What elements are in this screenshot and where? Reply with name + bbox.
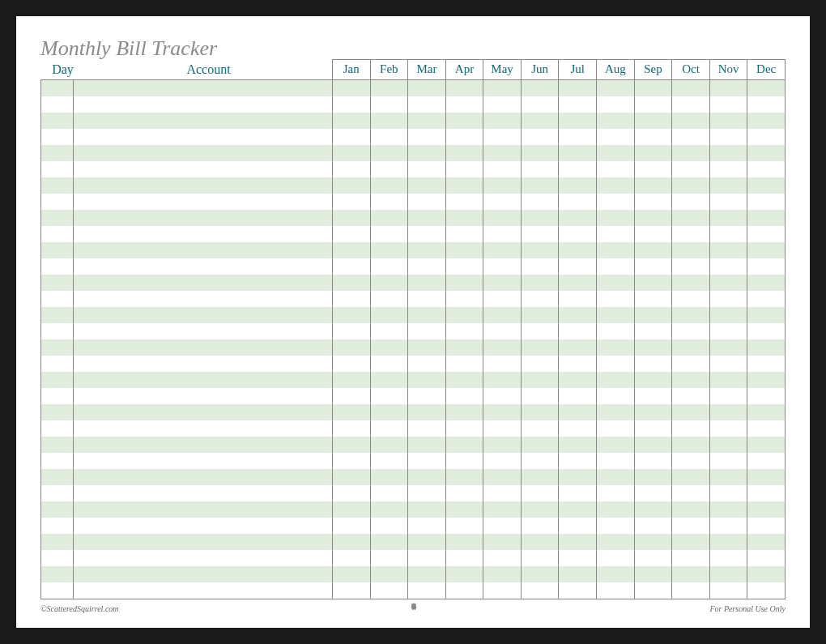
- cell-month: [408, 210, 446, 226]
- cell-month: [522, 194, 560, 210]
- cell-month: [483, 145, 522, 161]
- cell-month: [559, 485, 597, 501]
- cell-month: [371, 550, 409, 566]
- cell-month: [559, 550, 597, 566]
- months-header: JanFebMarAprMayJunJulAugSepOctNovDec: [332, 59, 786, 79]
- cell-month: [747, 80, 785, 96]
- cell-month: [672, 453, 710, 469]
- cell-month: [597, 469, 635, 485]
- cell-month: [522, 145, 560, 161]
- cell-month: [408, 258, 446, 275]
- cell-month: [559, 582, 597, 599]
- cell-month: [597, 275, 635, 291]
- cell-account: [74, 582, 333, 599]
- table-row: [41, 372, 785, 388]
- cell-month: [597, 453, 635, 469]
- cell-month: [333, 485, 371, 501]
- cell-month: [597, 307, 635, 323]
- day-column-header: Day: [40, 62, 85, 77]
- cell-month: [483, 226, 522, 242]
- cell-account: [74, 501, 333, 518]
- cell-month: [559, 534, 597, 550]
- cell-month: [635, 582, 673, 599]
- cell-month: [559, 210, 597, 226]
- cell-day: [41, 129, 74, 145]
- month-header-jun: Jun: [521, 60, 559, 79]
- cell-month: [710, 437, 748, 453]
- cell-month: [597, 518, 635, 534]
- cell-month: [483, 518, 522, 534]
- cell-day: [41, 453, 74, 469]
- cell-month: [333, 113, 371, 129]
- cell-month: [333, 420, 371, 437]
- cell-month: [371, 291, 409, 307]
- cell-month: [559, 291, 597, 307]
- cell-month: [371, 226, 409, 242]
- cell-month: [747, 485, 785, 501]
- cell-month: [333, 437, 371, 453]
- cell-month: [597, 194, 635, 210]
- cell-month: [446, 145, 484, 161]
- cell-month: [446, 420, 484, 437]
- table-row: [41, 469, 785, 485]
- cell-month: [635, 420, 673, 437]
- cell-day: [41, 80, 74, 96]
- cell-month: [408, 80, 446, 96]
- cell-month: [333, 258, 371, 275]
- cell-month: [597, 550, 635, 566]
- table-row: [41, 258, 785, 275]
- cell-month: [408, 566, 446, 582]
- cell-month: [710, 501, 748, 518]
- cell-month: [747, 469, 785, 485]
- cell-month: [446, 437, 484, 453]
- cell-month: [710, 291, 748, 307]
- cell-month: [408, 437, 446, 453]
- cell-day: [41, 291, 74, 307]
- cell-month: [559, 145, 597, 161]
- cell-month: [672, 145, 710, 161]
- cell-month: [559, 194, 597, 210]
- cell-day: [41, 145, 74, 161]
- cell-account: [74, 145, 333, 161]
- cell-month: [597, 161, 635, 177]
- cell-day: [41, 161, 74, 177]
- table-row: [41, 388, 785, 404]
- table-row: [41, 550, 785, 566]
- cell-month: [635, 323, 673, 339]
- cell-month: [483, 210, 522, 226]
- cell-day: [41, 242, 74, 258]
- cell-month: [522, 485, 560, 501]
- cell-month: [333, 129, 371, 145]
- cell-month: [483, 177, 522, 194]
- cell-account: [74, 210, 333, 226]
- cell-day: [41, 258, 74, 275]
- cell-month: [635, 226, 673, 242]
- cell-month: [559, 96, 597, 113]
- cell-month: [522, 534, 560, 550]
- cell-month: [559, 356, 597, 372]
- cell-month: [483, 550, 522, 566]
- cell-day: [41, 566, 74, 582]
- cell-month: [672, 291, 710, 307]
- cell-month: [559, 161, 597, 177]
- cell-month: [408, 501, 446, 518]
- cell-month: [408, 113, 446, 129]
- cell-month: [446, 307, 484, 323]
- cell-month: [483, 113, 522, 129]
- cell-account: [74, 339, 333, 356]
- cell-month: [672, 582, 710, 599]
- cell-account: [74, 453, 333, 469]
- cell-month: [408, 161, 446, 177]
- cell-account: [74, 226, 333, 242]
- cell-month: [446, 372, 484, 388]
- cell-month: [483, 566, 522, 582]
- cell-month: [371, 469, 409, 485]
- cell-month: [446, 291, 484, 307]
- cell-month: [371, 388, 409, 404]
- cell-account: [74, 194, 333, 210]
- cell-month: [747, 129, 785, 145]
- cell-month: [371, 453, 409, 469]
- cell-month: [408, 582, 446, 599]
- cell-month: [672, 339, 710, 356]
- cell-month: [635, 291, 673, 307]
